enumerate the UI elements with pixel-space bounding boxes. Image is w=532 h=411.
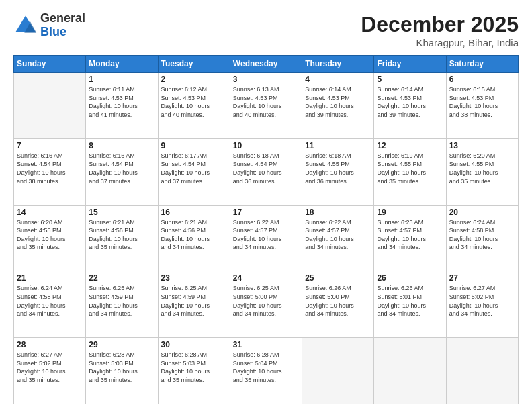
day-info: Sunrise: 6:17 AMSunset: 4:54 PMDaylight:… <box>161 152 227 185</box>
day-info: Sunrise: 6:28 AMSunset: 5:03 PMDaylight:… <box>161 351 227 384</box>
day-info: Sunrise: 6:11 AMSunset: 4:53 PMDaylight:… <box>89 85 154 119</box>
calendar-cell: 16Sunrise: 6:21 AMSunset: 4:56 PMDayligh… <box>158 205 230 271</box>
day-info: Sunrise: 6:25 AMSunset: 4:59 PMDaylight:… <box>89 284 154 318</box>
day-info: Sunrise: 6:25 AMSunset: 4:59 PMDaylight:… <box>161 284 227 318</box>
calendar-cell: 21Sunrise: 6:24 AMSunset: 4:58 PMDayligh… <box>14 271 86 338</box>
weekday-header-sunday: Sunday <box>14 56 86 73</box>
calendar-cell: 27Sunrise: 6:27 AMSunset: 5:02 PMDayligh… <box>446 271 518 338</box>
day-info: Sunrise: 6:18 AMSunset: 4:55 PMDaylight:… <box>305 152 371 185</box>
logo-general-text: General <box>40 12 85 26</box>
day-number: 21 <box>17 273 83 283</box>
month-year: December 2025 <box>361 12 519 37</box>
day-info: Sunrise: 6:28 AMSunset: 5:03 PMDaylight:… <box>89 351 154 384</box>
logo-icon <box>13 13 38 38</box>
day-number: 9 <box>161 141 227 150</box>
day-number: 18 <box>305 208 371 217</box>
day-info: Sunrise: 6:22 AMSunset: 4:57 PMDaylight:… <box>305 218 371 252</box>
weekday-header-friday: Friday <box>374 56 446 73</box>
day-info: Sunrise: 6:24 AMSunset: 4:58 PMDaylight:… <box>449 218 515 252</box>
day-number: 7 <box>17 141 83 150</box>
calendar-cell: 3Sunrise: 6:13 AMSunset: 4:53 PMDaylight… <box>230 73 302 139</box>
calendar-cell: 18Sunrise: 6:22 AMSunset: 4:57 PMDayligh… <box>302 205 374 271</box>
weekday-header-monday: Monday <box>86 56 158 73</box>
location: Kharagpur, Bihar, India <box>361 37 519 48</box>
day-info: Sunrise: 6:15 AMSunset: 4:53 PMDaylight:… <box>449 85 515 119</box>
calendar-cell: 11Sunrise: 6:18 AMSunset: 4:55 PMDayligh… <box>302 138 374 205</box>
calendar-week-1: 1Sunrise: 6:11 AMSunset: 4:53 PMDaylight… <box>14 73 519 139</box>
day-info: Sunrise: 6:20 AMSunset: 4:55 PMDaylight:… <box>449 152 515 185</box>
calendar-cell: 19Sunrise: 6:23 AMSunset: 4:57 PMDayligh… <box>374 205 446 271</box>
calendar-cell: 20Sunrise: 6:24 AMSunset: 4:58 PMDayligh… <box>446 205 518 271</box>
day-info: Sunrise: 6:26 AMSunset: 5:00 PMDaylight:… <box>305 284 371 318</box>
calendar-cell: 28Sunrise: 6:27 AMSunset: 5:02 PMDayligh… <box>14 338 86 404</box>
calendar-week-4: 21Sunrise: 6:24 AMSunset: 4:58 PMDayligh… <box>14 271 519 338</box>
day-number: 5 <box>377 75 443 84</box>
day-number: 23 <box>161 273 227 283</box>
day-info: Sunrise: 6:23 AMSunset: 4:57 PMDaylight:… <box>377 218 443 252</box>
day-number: 31 <box>233 340 299 349</box>
title-block: December 2025 Kharagpur, Bihar, India <box>361 12 519 48</box>
calendar-week-3: 14Sunrise: 6:20 AMSunset: 4:55 PMDayligh… <box>14 205 519 271</box>
day-info: Sunrise: 6:27 AMSunset: 5:02 PMDaylight:… <box>449 284 515 318</box>
weekday-header-saturday: Saturday <box>446 56 518 73</box>
calendar-cell: 26Sunrise: 6:26 AMSunset: 5:01 PMDayligh… <box>374 271 446 338</box>
calendar-cell: 24Sunrise: 6:25 AMSunset: 5:00 PMDayligh… <box>230 271 302 338</box>
calendar-cell: 14Sunrise: 6:20 AMSunset: 4:55 PMDayligh… <box>14 205 86 271</box>
day-info: Sunrise: 6:14 AMSunset: 4:53 PMDaylight:… <box>377 85 443 119</box>
logo-text: General Blue <box>40 12 85 39</box>
day-number: 30 <box>161 340 227 349</box>
weekday-header-wednesday: Wednesday <box>230 56 302 73</box>
day-number: 8 <box>89 141 154 150</box>
calendar-cell: 6Sunrise: 6:15 AMSunset: 4:53 PMDaylight… <box>446 73 518 139</box>
calendar-cell <box>446 338 518 404</box>
day-number: 15 <box>89 208 154 217</box>
weekday-header-tuesday: Tuesday <box>158 56 230 73</box>
day-number: 20 <box>449 208 515 217</box>
calendar-body: 1Sunrise: 6:11 AMSunset: 4:53 PMDaylight… <box>14 73 519 404</box>
calendar-cell: 29Sunrise: 6:28 AMSunset: 5:03 PMDayligh… <box>86 338 158 404</box>
calendar-cell: 4Sunrise: 6:14 AMSunset: 4:53 PMDaylight… <box>302 73 374 139</box>
day-number: 16 <box>161 208 227 217</box>
calendar-cell: 17Sunrise: 6:22 AMSunset: 4:57 PMDayligh… <box>230 205 302 271</box>
day-info: Sunrise: 6:14 AMSunset: 4:53 PMDaylight:… <box>305 85 371 119</box>
day-number: 25 <box>305 273 371 283</box>
calendar-cell: 22Sunrise: 6:25 AMSunset: 4:59 PMDayligh… <box>86 271 158 338</box>
day-number: 3 <box>233 75 299 84</box>
day-info: Sunrise: 6:13 AMSunset: 4:53 PMDaylight:… <box>233 85 299 119</box>
calendar-cell: 23Sunrise: 6:25 AMSunset: 4:59 PMDayligh… <box>158 271 230 338</box>
calendar-cell: 1Sunrise: 6:11 AMSunset: 4:53 PMDaylight… <box>86 73 158 139</box>
day-info: Sunrise: 6:12 AMSunset: 4:53 PMDaylight:… <box>161 85 227 119</box>
day-number: 1 <box>89 75 154 84</box>
calendar-table: SundayMondayTuesdayWednesdayThursdayFrid… <box>13 55 519 404</box>
calendar-cell <box>302 338 374 404</box>
calendar-cell: 10Sunrise: 6:18 AMSunset: 4:54 PMDayligh… <box>230 138 302 205</box>
day-info: Sunrise: 6:27 AMSunset: 5:02 PMDaylight:… <box>17 351 83 384</box>
day-number: 29 <box>89 340 154 349</box>
day-number: 2 <box>161 75 227 84</box>
calendar-cell: 9Sunrise: 6:17 AMSunset: 4:54 PMDaylight… <box>158 138 230 205</box>
day-number: 14 <box>17 208 83 217</box>
day-number: 19 <box>377 208 443 217</box>
day-info: Sunrise: 6:25 AMSunset: 5:00 PMDaylight:… <box>233 284 299 318</box>
logo-blue-text: Blue <box>40 26 85 39</box>
day-info: Sunrise: 6:20 AMSunset: 4:55 PMDaylight:… <box>17 218 83 252</box>
weekday-row: SundayMondayTuesdayWednesdayThursdayFrid… <box>14 56 519 73</box>
day-info: Sunrise: 6:22 AMSunset: 4:57 PMDaylight:… <box>233 218 299 252</box>
day-info: Sunrise: 6:26 AMSunset: 5:01 PMDaylight:… <box>377 284 443 318</box>
day-number: 26 <box>377 273 443 283</box>
day-number: 28 <box>17 340 83 349</box>
day-number: 6 <box>449 75 515 84</box>
calendar-cell: 5Sunrise: 6:14 AMSunset: 4:53 PMDaylight… <box>374 73 446 139</box>
day-number: 24 <box>233 273 299 283</box>
day-info: Sunrise: 6:24 AMSunset: 4:58 PMDaylight:… <box>17 284 83 318</box>
day-number: 13 <box>449 141 515 150</box>
day-number: 12 <box>377 141 443 150</box>
day-info: Sunrise: 6:16 AMSunset: 4:54 PMDaylight:… <box>17 152 83 185</box>
day-number: 11 <box>305 141 371 150</box>
calendar-cell: 7Sunrise: 6:16 AMSunset: 4:54 PMDaylight… <box>14 138 86 205</box>
logo: General Blue <box>13 12 85 39</box>
weekday-header-thursday: Thursday <box>302 56 374 73</box>
day-number: 10 <box>233 141 299 150</box>
calendar-cell: 31Sunrise: 6:28 AMSunset: 5:04 PMDayligh… <box>230 338 302 404</box>
calendar-cell: 12Sunrise: 6:19 AMSunset: 4:55 PMDayligh… <box>374 138 446 205</box>
